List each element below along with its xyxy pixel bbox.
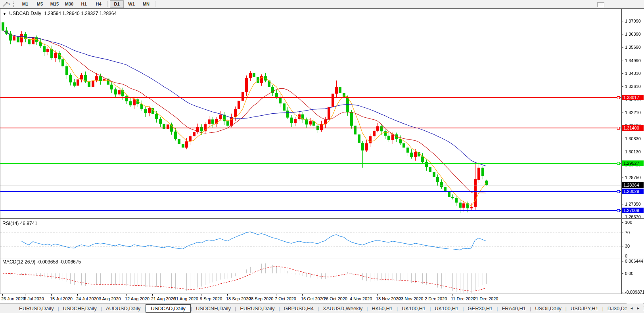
time-axis-tick (126, 294, 126, 296)
tab-scroll-right-icon[interactable]: ► (635, 306, 642, 310)
chart-tab-FRA40-H1[interactable]: FRA40,H1 (498, 305, 530, 312)
chart-tab-USDCAD-Daily[interactable]: USDCAD,Daily (146, 304, 190, 313)
date-axis-label: 2 Dec 2020 (425, 296, 447, 301)
resistance-line-upper[interactable] (0, 97, 621, 98)
tab-scroll-arrows: ◄ ► (627, 303, 643, 313)
resistance-line-lower[interactable] (0, 128, 621, 128)
time-axis-tick (452, 294, 452, 296)
pivot-line-green-price-tag: 1.29527 (622, 160, 644, 166)
axis-tick-mark (621, 217, 623, 217)
chart-symbol-period: USDCAD,Daily (9, 11, 41, 16)
axis-tick-mark (621, 256, 623, 256)
time-axis-tick (426, 294, 426, 296)
panel-divider[interactable] (0, 257, 644, 257)
axis-tick-mark (621, 21, 623, 21)
date-axis-label: 12 Aug 2020 (125, 296, 150, 301)
resistance-line-lower-handle[interactable] (617, 127, 620, 130)
date-axis-label: 24 Jul 2020 (76, 296, 99, 301)
toolbar-separator (155, 1, 155, 7)
price-axis-label: 1.32210 (625, 110, 641, 115)
macd-axis-label: 0.006444 (625, 259, 643, 263)
price-axis-label: 1.30830 (625, 136, 641, 141)
date-axis-label: 11 Dec 2020 (451, 296, 475, 301)
panel-divider (0, 258, 644, 258)
axis-tick-mark (621, 139, 623, 139)
price-axis-label: 1.35690 (625, 45, 641, 50)
timeframe-button-D1[interactable]: D1 (110, 0, 124, 8)
chart-tab-EURUSD-Daily[interactable]: EURUSD,Daily (236, 305, 278, 312)
chart-tab-HK50-H1[interactable]: HK50,H1 (368, 305, 397, 312)
top-toolbar: ▾ M1M5M15M30H1H4D1W1MN (0, 0, 644, 9)
time-axis-tick (77, 294, 78, 296)
axis-tick-mark (621, 246, 623, 246)
chart-tab-USDCHF-Daily[interactable]: USDCHF,Daily (59, 305, 101, 312)
support-line-lower-handle[interactable] (617, 209, 620, 212)
price-axis-label: 1.34310 (625, 71, 641, 76)
chart-tab-USDJPY-H1[interactable]: USDJPY,H1 (567, 305, 602, 312)
panel-divider[interactable] (0, 218, 644, 219)
chart-tab-USOil-Daily[interactable]: USOil,Daily (531, 305, 565, 312)
support-line-lower-price-tag: 1.27009 (622, 208, 644, 213)
price-axis-border (621, 9, 622, 294)
time-axis-tick (100, 294, 100, 296)
macd-axis-label: 0.00 (625, 271, 633, 276)
support-line-upper-price-tag: 1.28029 (622, 189, 644, 194)
chart-tab-EURUSD-Daily[interactable]: EURUSD,Daily (15, 305, 58, 312)
price-axis-label: 1.34990 (625, 58, 641, 63)
time-axis-tick (175, 294, 175, 296)
date-axis-label: 31 Aug 2020 (174, 296, 198, 301)
date-axis-label: 16 Oct 2020 (301, 296, 325, 301)
trading-terminal: { "toolbar": { "tool_icon": "chart-tools… (0, 0, 644, 313)
tab-scroll-left-icon[interactable]: ◄ (628, 306, 635, 310)
time-axis-tick (201, 294, 201, 296)
pivot-line-green-handle[interactable] (617, 162, 620, 165)
date-axis-label: 28 Sep 2020 (249, 296, 273, 301)
chart-tab-UK100-H1[interactable]: UK100,H1 (398, 305, 429, 312)
time-axis-tick (250, 294, 250, 296)
resistance-line-lower-price-tag: 1.31400 (622, 125, 644, 131)
date-axis-label: 26 Oct 2020 (324, 296, 347, 301)
timeframe-button-H1[interactable]: H1 (77, 0, 91, 8)
crosshair-pointer-icon (3, 2, 8, 7)
chart-tab-XAUUSD-Weekly[interactable]: XAUUSD,Weekly (319, 305, 366, 312)
toolbar-grip[interactable] (13, 2, 15, 7)
date-axis-label: 21 Dec 2020 (473, 296, 498, 301)
price-axis-label: 1.33610 (625, 84, 641, 89)
rsi-axis-label: 30 (625, 244, 630, 248)
axis-tick-mark (621, 222, 623, 223)
timeframe-button-H4[interactable]: H4 (92, 0, 105, 8)
time-axis-tick (227, 294, 228, 296)
chart-tab-AUDUSD-Daily[interactable]: AUDUSD,Daily (102, 305, 144, 312)
timeframe-button-M1[interactable]: M1 (18, 0, 32, 8)
support-line-lower[interactable] (0, 210, 621, 211)
panel-divider (0, 220, 644, 220)
support-line-upper-handle[interactable] (617, 190, 620, 193)
chart-tab-GBPUSD-H4[interactable]: GBPUSD,H4 (280, 305, 318, 312)
time-axis-tick (302, 294, 303, 296)
price-chart-canvas[interactable] (0, 9, 621, 294)
pivot-line-green[interactable] (0, 163, 621, 164)
resistance-line-upper-handle[interactable] (617, 96, 620, 99)
axis-tick-mark (621, 86, 623, 87)
axis-tick-mark (621, 152, 623, 152)
timeframe-button-group: M1M5M15M30H1H4D1W1MN (18, 0, 153, 8)
time-axis-tick (325, 294, 325, 296)
chart-tab-UK100-H1[interactable]: UK100,H1 (431, 305, 462, 312)
resistance-line-upper-price-tag: 1.33017 (622, 95, 644, 100)
chart-tools-icon[interactable]: ▾ (1, 1, 12, 8)
toolbar-overflow-handle[interactable] (597, 2, 604, 7)
chart-tab-bar: EURUSD,Daily|USDCHF,Daily|AUDUSD,Daily|U… (0, 303, 644, 313)
chart-tab-USDCNH-Daily[interactable]: USDCNH,Daily (192, 305, 235, 312)
timeframe-button-W1[interactable]: W1 (125, 0, 138, 8)
timeframe-button-MN[interactable]: MN (139, 0, 153, 8)
timeframe-button-M30[interactable]: M30 (62, 0, 76, 8)
date-axis-label: 4 Nov 2020 (350, 296, 372, 301)
timeframe-button-M5[interactable]: M5 (33, 0, 47, 8)
chart-tab-GER30-H1[interactable]: GER30,H1 (464, 305, 496, 312)
time-axis-tick (400, 294, 400, 296)
axis-tick-mark (621, 73, 623, 74)
date-axis-label: 26 Jun 2020 (1, 296, 25, 301)
support-line-upper[interactable] (0, 191, 621, 192)
time-axis-tick (351, 294, 351, 296)
timeframe-button-M15[interactable]: M15 (48, 0, 61, 8)
